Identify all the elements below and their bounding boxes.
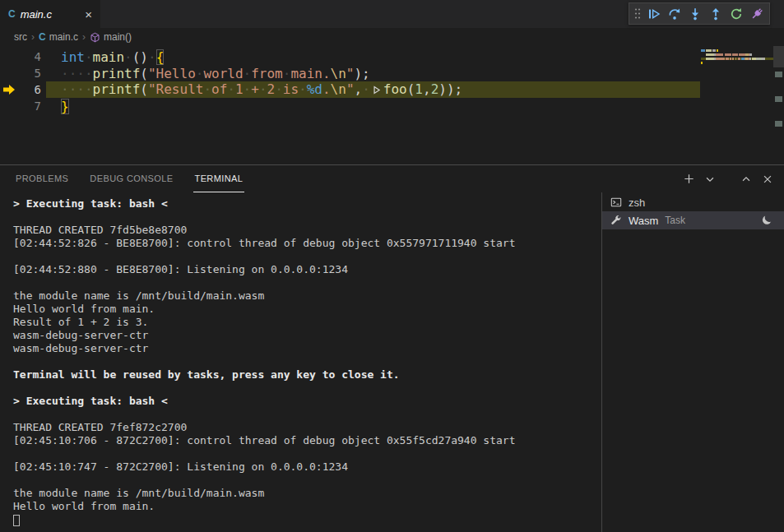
panel-actions: [680, 171, 776, 187]
terminal-output[interactable]: > Executing task: bash < THREAD CREATED …: [0, 192, 601, 532]
minimap-line: [701, 49, 773, 52]
terminal-item-label: Wasm: [629, 215, 658, 227]
continue-button[interactable]: [643, 3, 664, 24]
restart-button[interactable]: [726, 3, 746, 24]
tools-icon: [610, 215, 622, 226]
terminal-line: wasm-debug-server-ctr: [13, 329, 601, 342]
code-editor[interactable]: 4int·main·()·{5····printf("Hello·world·f…: [0, 46, 784, 164]
terminal-item-detail: Task: [665, 215, 685, 226]
terminal-line: [02:45:10:706 - 872C2700]: control threa…: [13, 434, 601, 447]
breadcrumb-separator: ›: [31, 31, 35, 43]
scrollbar-slider[interactable]: [773, 46, 784, 67]
terminal-line: [13, 474, 601, 487]
breadcrumb-item-main[interactable]: main(): [90, 31, 132, 43]
code-line-6[interactable]: 6····printf("Result·of·1·+·2·is·%d.\n",·…: [0, 81, 784, 98]
code-text: ····printf("Result·of·1·+·2·is·%d.\n",·f…: [61, 81, 462, 99]
terminal-line: [13, 210, 601, 224]
terminal-line: Terminal will be reused by tasks, press …: [13, 368, 601, 382]
breadcrumb-label: src: [14, 31, 27, 43]
disconnect-button[interactable]: [746, 3, 767, 24]
step-into-button[interactable]: [684, 3, 705, 24]
terminal-line: [13, 447, 601, 460]
overview-ruler[interactable]: [773, 46, 784, 164]
terminal-cursor-line: [13, 513, 601, 526]
overview-mark: [775, 96, 782, 102]
vscode-window: C main.c × src›Cmain.c›main() 4int·main·…: [0, 0, 784, 532]
minimap-line: [701, 53, 773, 56]
panel-header: PROBLEMSDEBUG CONSOLETERMINAL: [0, 165, 784, 192]
terminal-line: the module name is /mnt/build/main.wasm: [13, 487, 601, 500]
minimap-line: [701, 58, 773, 60]
code-line-5[interactable]: 5····printf("Hello·world·from·main.\n");: [0, 65, 784, 81]
line-number: 5: [18, 67, 41, 80]
terminal-item-label: zsh: [629, 197, 645, 209]
terminal-line: [02:45:10:747 - 872C2700]: Listening on …: [13, 460, 601, 474]
bottom-panel: PROBLEMSDEBUG CONSOLETERMINAL > Executin…: [0, 164, 784, 532]
c-file-icon: C: [8, 8, 16, 20]
step-over-button[interactable]: [664, 3, 684, 24]
panel-tab-terminal[interactable]: TERMINAL: [193, 165, 245, 192]
terminal-line: Hello world from main.: [13, 500, 601, 513]
terminal-line: [13, 250, 601, 263]
moon-icon: [761, 215, 776, 226]
terminal-icon: [610, 197, 622, 208]
terminal-line: > Executing task: bash <: [13, 197, 601, 210]
debug-current-line-arrow: [0, 85, 18, 95]
terminal-line: Hello world from main.: [13, 303, 601, 316]
code-text: int·main·()·{: [61, 49, 164, 65]
terminal-cursor: [13, 515, 20, 526]
debug-toolbar: [629, 2, 770, 25]
panel-tab-debug-console[interactable]: DEBUG CONSOLE: [88, 165, 174, 192]
panel-body: > Executing task: bash < THREAD CREATED …: [0, 192, 784, 532]
breadcrumb-separator: ›: [82, 31, 86, 43]
line-number: 4: [18, 50, 41, 63]
code-text: }: [61, 99, 69, 114]
breadcrumb-label: main(): [104, 31, 132, 43]
panel-tab-problems[interactable]: PROBLEMS: [14, 165, 70, 192]
terminal-list-item-wasm[interactable]: WasmTask: [602, 211, 784, 229]
maximize-panel-button[interactable]: [738, 171, 754, 187]
terminal-line: [13, 408, 601, 421]
breadcrumb-item-main-c[interactable]: Cmain.c: [39, 31, 78, 43]
breadcrumb-item-src[interactable]: src: [14, 31, 27, 43]
terminal-line: the module name is /mnt/build/main.wasm: [13, 289, 601, 303]
breadcrumb-label: main.c: [49, 31, 78, 43]
c-file-icon: C: [39, 31, 46, 43]
breadcrumb: src›Cmain.c›main(): [0, 28, 784, 46]
terminal-line: wasm-debug-server-ctr: [13, 342, 601, 355]
minimap[interactable]: [701, 49, 773, 66]
tab-main-c[interactable]: C main.c ×: [0, 0, 100, 28]
terminal-list-item-zsh[interactable]: zsh: [602, 193, 784, 211]
code-line-4[interactable]: 4int·main·()·{: [0, 49, 784, 65]
step-out-button[interactable]: [705, 3, 726, 24]
line-number: 7: [18, 99, 41, 113]
terminal-line: [02:44:52:826 - BE8E8700]: control threa…: [13, 237, 601, 250]
editor-tab-bar: C main.c ×: [0, 0, 784, 28]
symbol-method-icon: [90, 32, 100, 43]
terminal-list: zshWasmTask: [601, 192, 784, 532]
code-text: ····printf("Hello·world·from·main.\n");: [61, 66, 370, 81]
terminal-line: [13, 382, 601, 395]
terminal-line: THREAD CREATED 7fd5be8e8700: [13, 224, 601, 237]
terminal-line: [02:44:52:880 - BE8E8700]: Listening on …: [13, 263, 601, 276]
tab-close-icon[interactable]: ×: [85, 8, 92, 21]
tab-label: main.c: [21, 8, 81, 21]
terminal-profile-dropdown[interactable]: [702, 171, 718, 187]
terminal-line: Result of 1 + 2 is 3.: [13, 316, 601, 329]
terminal-line: [13, 276, 601, 289]
code-line-7[interactable]: 7}: [0, 98, 784, 114]
toolbar-gripper[interactable]: [632, 3, 643, 24]
line-number: 6: [18, 83, 41, 96]
minimap-line: [701, 62, 773, 64]
terminal-line: > Executing task: bash <: [13, 395, 601, 408]
overview-mark: [775, 72, 782, 77]
overview-mark: [775, 121, 782, 127]
panel-tab-strip: PROBLEMSDEBUG CONSOLETERMINAL: [14, 165, 262, 192]
close-panel-button[interactable]: [759, 171, 776, 187]
terminal-line: THREAD CREATED 7fef872c2700: [13, 421, 601, 434]
new-terminal-button[interactable]: [680, 171, 697, 187]
terminal-line: [13, 355, 601, 368]
inline-run-icon[interactable]: [371, 83, 382, 99]
code-area[interactable]: 4int·main·()·{5····printf("Hello·world·f…: [0, 46, 784, 114]
